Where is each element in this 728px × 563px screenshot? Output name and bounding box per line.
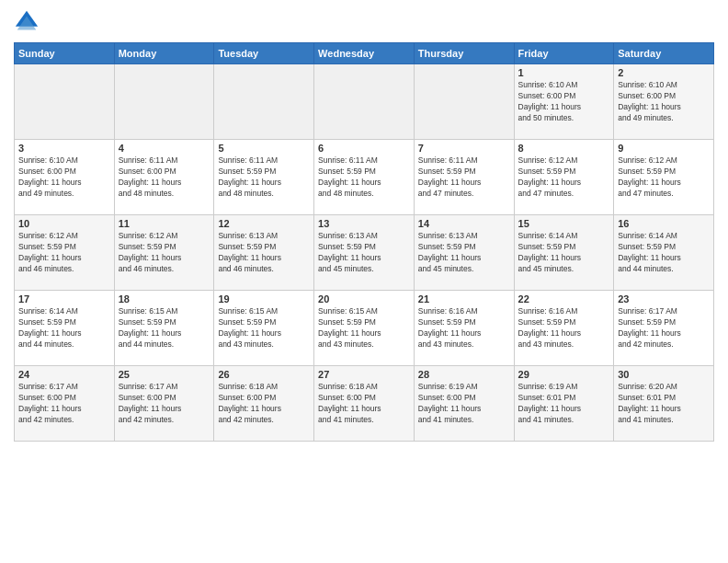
calendar-cell: 22Sunrise: 6:16 AM Sunset: 5:59 PM Dayli… [514,291,614,366]
day-number: 16 [618,218,710,229]
day-header-monday: Monday [114,43,214,64]
calendar-cell: 29Sunrise: 6:19 AM Sunset: 6:01 PM Dayli… [514,366,614,442]
calendar-cell: 3Sunrise: 6:10 AM Sunset: 6:00 PM Daylig… [15,140,115,215]
day-header-tuesday: Tuesday [214,43,314,64]
calendar-cell: 15Sunrise: 6:14 AM Sunset: 5:59 PM Dayli… [514,215,614,291]
calendar-cell: 16Sunrise: 6:14 AM Sunset: 5:59 PM Dayli… [614,215,714,291]
calendar-cell: 9Sunrise: 6:12 AM Sunset: 5:59 PM Daylig… [614,140,714,215]
calendar-cell: 27Sunrise: 6:18 AM Sunset: 6:00 PM Dayli… [314,366,415,442]
logo-icon [14,9,40,35]
day-info: Sunrise: 6:15 AM Sunset: 5:59 PM Dayligh… [218,306,310,350]
calendar-week-5: 24Sunrise: 6:17 AM Sunset: 6:00 PM Dayli… [15,366,714,442]
day-header-wednesday: Wednesday [314,43,415,64]
day-info: Sunrise: 6:12 AM Sunset: 5:59 PM Dayligh… [18,231,110,275]
calendar-cell: 23Sunrise: 6:17 AM Sunset: 5:59 PM Dayli… [614,291,714,366]
calendar-cell: 1Sunrise: 6:10 AM Sunset: 6:00 PM Daylig… [514,64,614,140]
day-number: 17 [18,293,110,304]
day-info: Sunrise: 6:14 AM Sunset: 5:59 PM Dayligh… [18,306,110,350]
day-info: Sunrise: 6:15 AM Sunset: 5:59 PM Dayligh… [318,306,410,350]
day-number: 15 [518,218,610,229]
calendar-cell: 5Sunrise: 6:11 AM Sunset: 5:59 PM Daylig… [214,140,314,215]
calendar-cell: 28Sunrise: 6:19 AM Sunset: 6:00 PM Dayli… [414,366,514,442]
day-header-thursday: Thursday [414,43,514,64]
calendar-cell [414,64,514,140]
day-info: Sunrise: 6:17 AM Sunset: 6:00 PM Dayligh… [119,382,210,426]
calendar-table: SundayMondayTuesdayWednesdayThursdayFrid… [14,42,714,442]
day-number: 26 [218,369,310,380]
calendar-cell [114,64,214,140]
calendar-week-3: 10Sunrise: 6:12 AM Sunset: 5:59 PM Dayli… [15,215,714,291]
day-number: 13 [318,218,410,229]
calendar-week-1: 1Sunrise: 6:10 AM Sunset: 6:00 PM Daylig… [15,64,714,140]
day-number: 23 [618,293,710,304]
day-number: 29 [518,369,610,380]
day-number: 19 [218,293,310,304]
day-info: Sunrise: 6:13 AM Sunset: 5:59 PM Dayligh… [318,231,410,275]
day-header-friday: Friday [514,43,614,64]
day-info: Sunrise: 6:13 AM Sunset: 5:59 PM Dayligh… [218,231,310,275]
calendar-cell: 8Sunrise: 6:12 AM Sunset: 5:59 PM Daylig… [514,140,614,215]
calendar-cell [214,64,314,140]
day-info: Sunrise: 6:11 AM Sunset: 5:59 PM Dayligh… [318,155,410,200]
day-header-sunday: Sunday [15,43,115,64]
day-number: 18 [119,293,210,304]
calendar-cell: 26Sunrise: 6:18 AM Sunset: 6:00 PM Dayli… [214,366,314,442]
calendar-week-2: 3Sunrise: 6:10 AM Sunset: 6:00 PM Daylig… [15,140,714,215]
calendar-cell: 20Sunrise: 6:15 AM Sunset: 5:59 PM Dayli… [314,291,415,366]
day-number: 11 [119,218,210,229]
day-number: 1 [518,67,610,78]
calendar-cell: 25Sunrise: 6:17 AM Sunset: 6:00 PM Dayli… [114,366,214,442]
day-info: Sunrise: 6:16 AM Sunset: 5:59 PM Dayligh… [518,306,610,350]
calendar-cell: 24Sunrise: 6:17 AM Sunset: 6:00 PM Dayli… [15,366,115,442]
day-info: Sunrise: 6:10 AM Sunset: 6:00 PM Dayligh… [618,80,710,124]
day-info: Sunrise: 6:19 AM Sunset: 6:00 PM Dayligh… [418,382,510,426]
calendar-cell: 11Sunrise: 6:12 AM Sunset: 5:59 PM Dayli… [114,215,214,291]
calendar-header-row: SundayMondayTuesdayWednesdayThursdayFrid… [15,43,714,64]
day-info: Sunrise: 6:18 AM Sunset: 6:00 PM Dayligh… [318,382,410,426]
day-info: Sunrise: 6:10 AM Sunset: 6:00 PM Dayligh… [518,80,610,124]
day-info: Sunrise: 6:11 AM Sunset: 6:00 PM Dayligh… [119,155,210,200]
day-number: 24 [18,369,110,380]
day-number: 12 [218,218,310,229]
calendar-cell: 17Sunrise: 6:14 AM Sunset: 5:59 PM Dayli… [15,291,115,366]
day-info: Sunrise: 6:12 AM Sunset: 5:59 PM Dayligh… [119,231,210,275]
day-info: Sunrise: 6:11 AM Sunset: 5:59 PM Dayligh… [218,155,310,200]
page: SundayMondayTuesdayWednesdayThursdayFrid… [0,0,728,563]
calendar-cell: 7Sunrise: 6:11 AM Sunset: 5:59 PM Daylig… [414,140,514,215]
day-number: 14 [418,218,510,229]
day-info: Sunrise: 6:10 AM Sunset: 6:00 PM Dayligh… [18,155,110,200]
day-number: 25 [119,369,210,380]
day-info: Sunrise: 6:17 AM Sunset: 6:00 PM Dayligh… [18,382,110,426]
calendar-cell: 14Sunrise: 6:13 AM Sunset: 5:59 PM Dayli… [414,215,514,291]
day-number: 10 [18,218,110,229]
day-number: 2 [618,67,710,78]
calendar-cell: 10Sunrise: 6:12 AM Sunset: 5:59 PM Dayli… [15,215,115,291]
calendar-cell: 2Sunrise: 6:10 AM Sunset: 6:00 PM Daylig… [614,64,714,140]
day-info: Sunrise: 6:12 AM Sunset: 5:59 PM Dayligh… [518,155,610,200]
day-number: 7 [418,143,510,154]
day-number: 21 [418,293,510,304]
calendar-cell [314,64,415,140]
logo [14,9,43,35]
day-number: 30 [618,369,710,380]
day-number: 4 [119,143,210,154]
calendar-cell: 12Sunrise: 6:13 AM Sunset: 5:59 PM Dayli… [214,215,314,291]
day-number: 9 [618,143,710,154]
day-number: 27 [318,369,410,380]
day-number: 5 [218,143,310,154]
day-number: 8 [518,143,610,154]
calendar-cell [15,64,115,140]
day-number: 3 [18,143,110,154]
day-info: Sunrise: 6:18 AM Sunset: 6:00 PM Dayligh… [218,382,310,426]
calendar-week-4: 17Sunrise: 6:14 AM Sunset: 5:59 PM Dayli… [15,291,714,366]
calendar-cell: 18Sunrise: 6:15 AM Sunset: 5:59 PM Dayli… [114,291,214,366]
calendar-cell: 6Sunrise: 6:11 AM Sunset: 5:59 PM Daylig… [314,140,415,215]
day-info: Sunrise: 6:19 AM Sunset: 6:01 PM Dayligh… [518,382,610,426]
day-info: Sunrise: 6:16 AM Sunset: 5:59 PM Dayligh… [418,306,510,350]
header [14,9,714,35]
day-info: Sunrise: 6:17 AM Sunset: 5:59 PM Dayligh… [618,306,710,350]
day-info: Sunrise: 6:15 AM Sunset: 5:59 PM Dayligh… [119,306,210,350]
calendar-cell: 19Sunrise: 6:15 AM Sunset: 5:59 PM Dayli… [214,291,314,366]
day-info: Sunrise: 6:14 AM Sunset: 5:59 PM Dayligh… [618,231,710,275]
calendar-cell: 13Sunrise: 6:13 AM Sunset: 5:59 PM Dayli… [314,215,415,291]
